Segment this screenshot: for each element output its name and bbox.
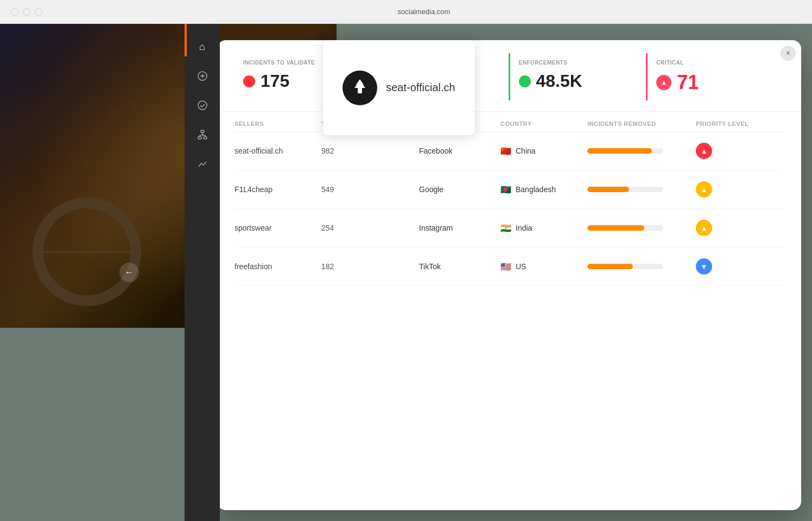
progress-cell-1 [587, 148, 696, 154]
takedown-count-4: 182 [321, 262, 419, 271]
takedown-count-2: 549 [321, 185, 419, 194]
progress-fill-2 [587, 187, 629, 192]
stat-card-enforcements: ENFORCEMENTS 48.5K [509, 53, 646, 100]
browser-dot-3 [35, 8, 42, 16]
priority-badge-2: ▲ [696, 181, 712, 198]
country-name-4: US [516, 262, 526, 271]
country-name-1: China [516, 147, 536, 155]
brand-logo [342, 71, 377, 105]
sidebar-item-check[interactable] [191, 93, 214, 117]
platform-3: Instagram [419, 224, 500, 232]
priority-badge-4: ▼ [696, 258, 712, 275]
seller-name-2: F1L4cheap [234, 185, 321, 194]
stat-value-critical: 71 [677, 71, 699, 94]
seller-name-4: freefashion [234, 262, 321, 271]
priority-badge-3: ▲ [696, 220, 712, 236]
back-button[interactable]: ← [119, 263, 139, 282]
country-4: 🇺🇸 US [500, 262, 587, 272]
progress-bar-3 [587, 225, 663, 231]
progress-bar-4 [587, 264, 663, 269]
platform-2: Google [419, 185, 500, 194]
col-header-priority: PRIORITY LEVEL [696, 120, 777, 127]
car-steering-wheel [33, 198, 141, 306]
col-header-sellers: SELLERS [234, 120, 321, 127]
progress-fill-3 [587, 225, 644, 231]
brand-header-card: seat-official.ch [323, 40, 475, 135]
stat-card-critical: CRITICAL ▲ 71 [646, 53, 784, 100]
col-header-country: COUNTRY [500, 120, 587, 127]
progress-bar-1 [587, 148, 663, 154]
sidebar-item-add[interactable] [191, 64, 214, 88]
dashboard-panel: INCIDENTS TO VALIDATE 175 ALERTS AND INF… [217, 40, 801, 510]
table-row: sportswear 254 Instagram 🇮🇳 India ▲ [234, 209, 784, 247]
country-name-3: India [516, 224, 532, 232]
browser-dot-2 [23, 8, 30, 16]
svg-point-3 [198, 101, 207, 110]
browser-dot-1 [11, 8, 18, 16]
table-section: SELLERS TAKEDOWN REQUESTS PLATFORM COUNT… [217, 112, 801, 286]
flag-1: 🇨🇳 [500, 146, 511, 156]
table-header: SELLERS TAKEDOWN REQUESTS PLATFORM COUNT… [234, 112, 784, 132]
sidebar: ⌂ [185, 24, 220, 521]
svg-rect-6 [204, 137, 207, 139]
sidebar-accent [185, 24, 187, 56]
sidebar-item-hierarchy[interactable] [191, 123, 214, 147]
flag-2: 🇧🇩 [500, 185, 511, 195]
priority-badge-1: ▲ [696, 143, 712, 159]
flag-4: 🇺🇸 [500, 262, 511, 272]
country-2: 🇧🇩 Bangladesh [500, 185, 587, 195]
table-row: seat-official.ch 982 Facebook 🇨🇳 China ▲ [234, 132, 784, 170]
stat-label-enforcements: ENFORCEMENTS [519, 60, 638, 66]
svg-rect-4 [201, 130, 204, 132]
browser-chrome: socialmedia.com [0, 0, 812, 24]
seller-name-1: seat-official.ch [234, 147, 321, 155]
priority-cell-2: ▲ [696, 181, 777, 198]
table-row: F1L4cheap 549 Google 🇧🇩 Bangladesh ▲ [234, 170, 784, 209]
country-name-2: Bangladesh [516, 185, 556, 194]
stat-value-incidents: 175 [261, 71, 289, 91]
progress-cell-3 [587, 225, 696, 231]
svg-rect-5 [198, 137, 201, 139]
takedown-count-1: 982 [321, 147, 419, 155]
progress-fill-4 [587, 264, 633, 269]
stat-dot-enforcements [519, 75, 531, 87]
browser-url: socialmedia.com [47, 8, 801, 16]
stat-value-enforcements: 48.5K [536, 71, 582, 91]
country-3: 🇮🇳 India [500, 223, 587, 233]
stat-arrow-critical: ▲ [656, 75, 671, 90]
progress-cell-2 [587, 187, 696, 192]
stat-label-critical: CRITICAL [656, 60, 775, 66]
priority-cell-1: ▲ [696, 143, 777, 159]
stats-row: INCIDENTS TO VALIDATE 175 ALERTS AND INF… [217, 40, 801, 112]
platform-1: Facebook [419, 147, 500, 155]
sidebar-item-chart[interactable] [191, 152, 214, 176]
stat-dot-incidents [243, 75, 255, 87]
platform-4: TikTok [419, 262, 500, 271]
flag-3: 🇮🇳 [500, 223, 511, 233]
main-area: ← ⌂ [0, 24, 812, 521]
progress-cell-4 [587, 264, 696, 269]
takedown-count-3: 254 [321, 224, 419, 232]
close-button[interactable]: × [781, 46, 796, 61]
priority-cell-4: ▼ [696, 258, 777, 275]
sidebar-item-home[interactable]: ⌂ [191, 35, 214, 59]
progress-bar-2 [587, 187, 663, 192]
country-1: 🇨🇳 China [500, 146, 587, 156]
table-row: freefashion 182 TikTok 🇺🇸 US ▼ [234, 247, 784, 286]
priority-cell-3: ▲ [696, 220, 777, 236]
col-header-incidents-removed: INCIDENTS REMOVED [587, 120, 696, 127]
progress-fill-1 [587, 148, 652, 154]
seller-name-3: sportswear [234, 224, 321, 232]
brand-name: seat-official.ch [386, 81, 455, 94]
